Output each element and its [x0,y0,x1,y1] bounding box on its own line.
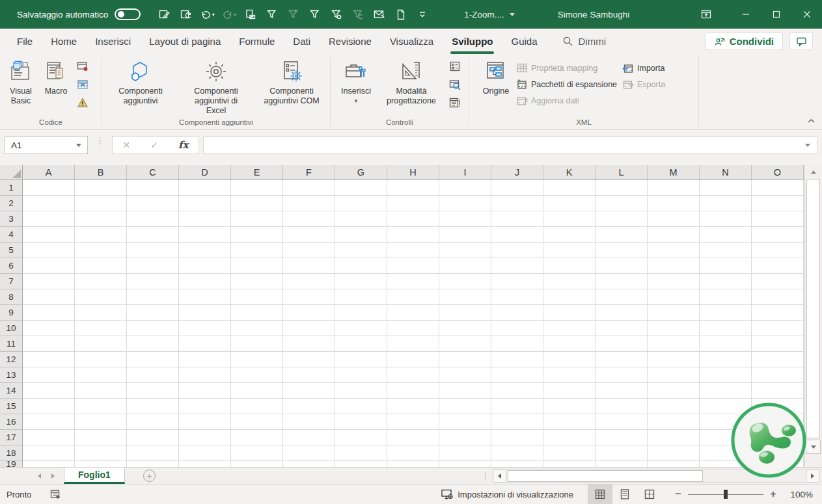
cell-L4[interactable] [596,227,648,243]
cell-D5[interactable] [179,243,231,258]
cell-O1[interactable] [752,180,804,196]
cell-C3[interactable] [127,211,179,227]
cell-O9[interactable] [752,305,804,321]
row-header-4[interactable]: 4 [0,227,23,243]
vertical-scroll-thumb[interactable] [806,179,820,438]
cell-C19[interactable] [127,461,179,467]
cell-G18[interactable] [335,445,387,461]
tab-formule[interactable]: Formule [230,29,284,54]
cell-K13[interactable] [543,367,596,383]
cell-N7[interactable] [700,274,752,289]
cell-C5[interactable] [127,243,179,258]
column-header-l[interactable]: L [596,165,648,180]
visual-basic-button[interactable]: Visual Basic [3,57,39,108]
cell-L9[interactable] [596,305,648,321]
cell-B15[interactable] [75,399,127,414]
cell-N12[interactable] [700,352,752,367]
record-macro-icon[interactable] [75,59,90,74]
column-header-j[interactable]: J [491,165,543,180]
cell-H12[interactable] [387,352,439,367]
cell-M18[interactable] [648,445,700,461]
cell-B11[interactable] [75,336,127,352]
undo-icon[interactable]: ▾ [197,5,218,24]
cell-C1[interactable] [127,180,179,196]
cell-H17[interactable] [387,430,439,445]
cell-I18[interactable] [439,445,491,461]
row-header-12[interactable]: 12 [0,352,23,367]
cell-H18[interactable] [387,445,439,461]
cell-O10[interactable] [752,321,804,336]
cell-H2[interactable] [387,196,439,211]
cell-L13[interactable] [596,367,648,383]
cell-C12[interactable] [127,352,179,367]
cell-D16[interactable] [179,414,231,430]
cell-K15[interactable] [543,399,596,414]
cell-I15[interactable] [439,399,491,414]
cell-B4[interactable] [75,227,127,243]
cell-C11[interactable] [127,336,179,352]
cell-A14[interactable] [23,383,75,399]
cell-O13[interactable] [752,367,804,383]
cell-J15[interactable] [491,399,543,414]
cell-B5[interactable] [75,243,127,258]
horizontal-scroll-thumb[interactable] [508,470,703,482]
autosave-control[interactable]: Salvataggio automatico [17,8,141,20]
cell-A16[interactable] [23,414,75,430]
cell-F17[interactable] [283,430,335,445]
cell-L14[interactable] [596,383,648,399]
cell-D6[interactable] [179,258,231,274]
cell-I11[interactable] [439,336,491,352]
normal-view-button[interactable] [588,484,612,504]
cell-J2[interactable] [491,196,543,211]
tab-layout-di-pagina[interactable]: Layout di pagina [140,29,230,54]
cell-M5[interactable] [648,243,700,258]
column-header-n[interactable]: N [700,165,752,180]
column-header-h[interactable]: H [387,165,439,180]
cell-G19[interactable] [335,461,387,467]
cell-F13[interactable] [283,367,335,383]
cell-G17[interactable] [335,430,387,445]
cell-N3[interactable] [700,211,752,227]
cell-C10[interactable] [127,321,179,336]
cell-J6[interactable] [491,258,543,274]
name-box[interactable]: A1 [5,136,88,154]
cell-H9[interactable] [387,305,439,321]
row-header-17[interactable]: 17 [0,430,23,445]
cell-C17[interactable] [127,430,179,445]
row-header-13[interactable]: 13 [0,367,23,383]
cell-F18[interactable] [283,445,335,461]
cell-H15[interactable] [387,399,439,414]
cell-E16[interactable] [231,414,283,430]
cell-G2[interactable] [335,196,387,211]
cell-G3[interactable] [335,211,387,227]
zoom-in-button[interactable]: + [766,488,780,501]
cell-B6[interactable] [75,258,127,274]
cell-C7[interactable] [127,274,179,289]
cell-M8[interactable] [648,289,700,305]
tab-revisione[interactable]: Revisione [320,29,381,54]
cell-E14[interactable] [231,383,283,399]
cell-N19[interactable] [700,461,752,467]
cell-I13[interactable] [439,367,491,383]
cell-K18[interactable] [543,445,596,461]
row-header-3[interactable]: 3 [0,211,23,227]
cell-A3[interactable] [23,211,75,227]
row-header-9[interactable]: 9 [0,305,23,321]
cell-A2[interactable] [23,196,75,211]
cell-A10[interactable] [23,321,75,336]
cell-K3[interactable] [543,211,596,227]
cell-J17[interactable] [491,430,543,445]
cell-A13[interactable] [23,367,75,383]
formula-bar-splitter[interactable]: ⋮⋮ [96,139,102,145]
cell-I4[interactable] [439,227,491,243]
cell-L8[interactable] [596,289,648,305]
cell-H5[interactable] [387,243,439,258]
row-header-15[interactable]: 15 [0,399,23,414]
cell-H1[interactable] [387,180,439,196]
cell-C4[interactable] [127,227,179,243]
cell-A19[interactable] [23,461,75,467]
cell-M14[interactable] [648,383,700,399]
cell-L2[interactable] [596,196,648,211]
cell-J19[interactable] [491,461,543,467]
cell-B1[interactable] [75,180,127,196]
